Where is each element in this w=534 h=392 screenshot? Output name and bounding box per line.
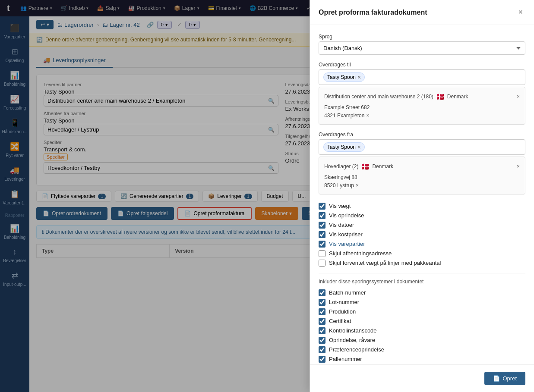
checkbox-lot-nummer: Lot-nummer	[319, 298, 525, 307]
checkbox-skjul-forventet-vaegt: Skjul forventet vægt på linjer med pakke…	[319, 258, 525, 268]
addr-city-row: 4321 Exampleton ×	[324, 112, 520, 120]
checkbox-certifikat: Certifikat	[319, 317, 525, 326]
vis-kostpriser-label: Vis kostpriser	[329, 231, 363, 238]
skjul-afhentningsadresse-checkbox[interactable]	[319, 250, 325, 257]
oprindelse-raavare-checkbox[interactable]	[319, 337, 325, 344]
addr-city-row: 8520 Lystrup ×	[324, 182, 520, 190]
overdrages-til-tag-field[interactable]: Tasty Spoon ×	[319, 69, 525, 85]
pallenummer-checkbox[interactable]	[319, 356, 325, 363]
overdrages-til-label: Overdrages til	[319, 62, 525, 68]
sprog-select[interactable]: Danish (Dansk) English (English) German …	[319, 41, 525, 55]
checkbox-vis-kostpriser: Vis kostpriser	[319, 230, 525, 239]
checkbox-pallenummer: Pallenummer	[319, 354, 525, 364]
addr-country: Denmark	[447, 93, 468, 101]
checkbox-batch-nummer: Batch-nummer	[319, 288, 525, 298]
praferenceoprindelse-checkbox[interactable]	[319, 346, 325, 353]
overdrages-fra-tag: Tasty Spoon ×	[323, 142, 365, 152]
kontrolinstanscode-label: Kontrolinstanscode	[329, 327, 377, 334]
sporing-title: Inkluder disse sporingssystemer i dokume…	[319, 279, 525, 285]
addr-city: 8520 Lystrup	[324, 182, 354, 190]
checkbox-vis-oprindelse: Vis oprindelse	[319, 211, 525, 220]
checkbox-kontrolinstanscode: Kontrolinstanscode	[319, 326, 525, 336]
vis-varepartier-label: Vis varepartier	[329, 241, 365, 247]
flag-icon: 🇩🇰	[436, 91, 445, 103]
overdrages-fra-field: Overdrages fra Tasty Spoon × Hovedlager …	[319, 132, 525, 194]
modal-overlay: Opret proforma fakturadokument × Sprog D…	[0, 0, 534, 392]
modal-close-button[interactable]: ×	[515, 7, 525, 18]
addr-street: Example Street 682	[324, 103, 520, 112]
vis-kostpriser-checkbox[interactable]	[319, 231, 325, 238]
sprog-label: Sprog	[319, 34, 525, 40]
overdrages-til-address: Distribution center and main warehouse 2…	[319, 87, 525, 125]
opret-button[interactable]: 📄 Opret	[484, 372, 525, 385]
vis-varepartier-checkbox[interactable]	[319, 241, 325, 248]
opret-icon: 📄	[493, 375, 500, 382]
addr-street: Skæringvej 88	[324, 173, 520, 182]
lot-nummer-checkbox[interactable]	[319, 299, 325, 306]
lot-nummer-label: Lot-nummer	[329, 299, 359, 305]
checkbox-vis-varepartier: Vis varepartier	[319, 239, 525, 249]
checkbox-skjul-afhentningsadresse: Skjul afhentningsadresse	[319, 249, 525, 258]
addr-remove-icon[interactable]: ×	[517, 93, 520, 101]
checkbox-produktion: Produktion	[319, 307, 525, 317]
certifikat-label: Certifikat	[329, 318, 351, 324]
addr-name: Hovedlager (2)	[324, 163, 358, 171]
overdrages-fra-tag-field[interactable]: Tasty Spoon ×	[319, 139, 525, 155]
modal-title: Opret proforma fakturadokument	[319, 9, 427, 16]
tag-remove-icon[interactable]: ×	[357, 144, 361, 151]
praferenceoprindelse-label: Præferenceoprindelse	[329, 346, 384, 353]
overdrages-fra-label: Overdrages fra	[319, 132, 525, 138]
tag-remove-icon[interactable]: ×	[357, 74, 361, 81]
section-divider	[319, 273, 525, 273]
oprindelse-raavare-label: Oprindelse, råvare	[329, 337, 375, 343]
addr-remove-icon[interactable]: ×	[517, 163, 520, 171]
addr-name: Distribution center and main warehouse 2…	[324, 93, 433, 101]
checkbox-vis-vaegt: Vis vægt	[319, 201, 525, 211]
proforma-modal: Opret proforma fakturadokument × Sprog D…	[310, 0, 534, 392]
vis-datoer-label: Vis datoer	[329, 222, 354, 228]
modal-header: Opret proforma fakturadokument ×	[310, 0, 534, 25]
modal-footer: 📄 Opret	[310, 364, 534, 392]
checkbox-vis-datoer: Vis datoer	[319, 220, 525, 230]
main-checkboxes: Vis vægt Vis oprindelse Vis datoer Vis k…	[319, 201, 525, 268]
skjul-forventet-vaegt-label: Skjul forventet vægt på linjer med pakke…	[329, 260, 441, 266]
addr-city: 4321 Exampleton	[324, 112, 364, 120]
addr-country: Denmark	[372, 163, 393, 171]
overdrages-fra-address: Hovedlager (2) 🇩🇰 Denmark × Skæringvej 8…	[319, 157, 525, 194]
overdrages-til-field: Overdrages til Tasty Spoon × Distributio…	[319, 62, 525, 125]
produktion-checkbox[interactable]	[319, 308, 325, 315]
kontrolinstanscode-checkbox[interactable]	[319, 327, 325, 334]
batch-nummer-label: Batch-nummer	[329, 289, 366, 296]
produktion-label: Produktion	[329, 308, 356, 315]
checkbox-praferenceoprindelse: Præferenceoprindelse	[319, 345, 525, 354]
vis-datoer-checkbox[interactable]	[319, 222, 325, 229]
skjul-forventet-vaegt-checkbox[interactable]	[319, 260, 325, 267]
pallenummer-label: Pallenummer	[329, 356, 362, 362]
sprog-field: Sprog Danish (Dansk) English (English) G…	[319, 34, 525, 55]
modal-body: Sprog Danish (Dansk) English (English) G…	[310, 25, 534, 392]
tag-label: Tasty Spoon	[327, 74, 356, 80]
vis-oprindelse-checkbox[interactable]	[319, 212, 325, 219]
tag-label: Tasty Spoon	[327, 144, 356, 150]
batch-nummer-checkbox[interactable]	[319, 289, 325, 296]
vis-oprindelse-label: Vis oprindelse	[329, 212, 364, 219]
city-remove-icon[interactable]: ×	[356, 182, 359, 190]
certifikat-checkbox[interactable]	[319, 318, 325, 325]
overdrages-til-tag: Tasty Spoon ×	[323, 72, 365, 82]
vis-vaegt-label: Vis vægt	[329, 203, 351, 209]
checkbox-oprindelse-raavare: Oprindelse, råvare	[319, 336, 525, 345]
vis-vaegt-checkbox[interactable]	[319, 203, 325, 210]
flag-icon: 🇩🇰	[361, 161, 370, 172]
skjul-afhentningsadresse-label: Skjul afhentningsadresse	[329, 250, 392, 257]
opret-label: Opret	[502, 375, 517, 382]
city-remove-icon[interactable]: ×	[366, 112, 369, 120]
